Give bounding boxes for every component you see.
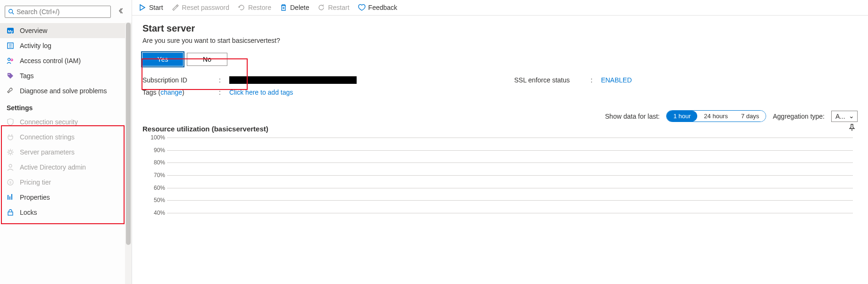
svg-point-10 bbox=[8, 74, 9, 75]
panel-text: Are you sure you want to start basicserv… bbox=[142, 37, 858, 44]
sidebar-item-pricing-tier[interactable]: $ Pricing tier bbox=[0, 175, 132, 190]
database-icon: My bbox=[7, 27, 14, 34]
toolbar-label: Restart bbox=[328, 4, 349, 11]
svg-point-8 bbox=[8, 58, 10, 61]
svg-rect-18 bbox=[8, 212, 13, 215]
toolbar-label: Reset password bbox=[182, 4, 229, 11]
redacted-value bbox=[229, 76, 357, 84]
toolbar-label: Feedback bbox=[368, 4, 397, 11]
pill-24hours[interactable]: 24 hours bbox=[697, 111, 734, 122]
svg-line-1 bbox=[12, 12, 14, 14]
shield-icon bbox=[7, 118, 14, 126]
panel-title: Start server bbox=[142, 23, 858, 34]
search-input[interactable] bbox=[17, 8, 107, 16]
sidebar-item-activity-log[interactable]: Activity log bbox=[0, 38, 132, 53]
svg-point-9 bbox=[11, 59, 13, 61]
toolbar: Start Reset password Restore Delete Rest… bbox=[132, 0, 868, 16]
sidebar-item-overview[interactable]: My Overview bbox=[0, 23, 132, 38]
reset-password-button[interactable]: Reset password bbox=[172, 4, 229, 11]
plug-icon bbox=[7, 133, 14, 141]
ssl-value[interactable]: ENABLED bbox=[601, 76, 632, 84]
sidebar-item-label: Pricing tier bbox=[20, 179, 51, 186]
pin-chart-button[interactable] bbox=[848, 124, 856, 133]
time-range-toggle: 1 hour 24 hours 7 days bbox=[666, 110, 766, 122]
restart-button[interactable]: Restart bbox=[317, 4, 349, 11]
gear-icon bbox=[7, 148, 14, 156]
add-tags-link[interactable]: Click here to add tags bbox=[229, 89, 293, 96]
sidebar-scrollbar[interactable] bbox=[125, 23, 132, 284]
y-axis-tick: 100% bbox=[147, 134, 165, 141]
sidebar-item-label: Tags bbox=[20, 72, 34, 80]
sidebar-item-label: Connection strings bbox=[20, 133, 75, 141]
people-icon bbox=[7, 57, 14, 65]
collapse-sidebar-button[interactable] bbox=[116, 5, 128, 18]
sidebar-item-label: Access control (IAM) bbox=[20, 57, 81, 65]
svg-point-12 bbox=[9, 164, 12, 167]
pill-1hour[interactable]: 1 hour bbox=[667, 111, 697, 122]
admin-icon bbox=[7, 163, 14, 171]
sidebar-scrollbar-thumb[interactable] bbox=[126, 23, 131, 245]
sidebar-item-label: Active Directory admin bbox=[20, 163, 86, 171]
svg-text:$: $ bbox=[9, 180, 12, 185]
y-axis-tick: 70% bbox=[147, 172, 165, 179]
main-content: Start Reset password Restore Delete Rest… bbox=[132, 0, 868, 284]
toolbar-label: Restore bbox=[248, 4, 271, 11]
y-axis-tick: 90% bbox=[147, 147, 165, 154]
sidebar-item-label: Locks bbox=[20, 209, 37, 216]
y-axis-tick: 80% bbox=[147, 159, 165, 166]
aggregation-label: Aggregation type: bbox=[773, 113, 825, 120]
sidebar-item-label: Connection security bbox=[20, 118, 78, 126]
restore-button[interactable]: Restore bbox=[238, 4, 271, 11]
yes-button[interactable]: Yes bbox=[142, 53, 183, 66]
change-tags-link[interactable]: change bbox=[160, 89, 182, 96]
svg-point-0 bbox=[9, 9, 13, 13]
sidebar-item-tags[interactable]: Tags bbox=[0, 68, 132, 83]
lock-icon bbox=[7, 209, 14, 216]
utilization-chart: 100%90%80%70%60%50%40% bbox=[147, 138, 853, 213]
sidebar: My Overview Activity log Access control … bbox=[0, 0, 132, 284]
search-box[interactable] bbox=[5, 6, 111, 18]
sidebar-item-server-parameters[interactable]: Server parameters bbox=[0, 145, 132, 160]
prop-tags: Tags (change) : Click here to add tags bbox=[142, 89, 486, 96]
sidebar-item-diagnose[interactable]: Diagnose and solve problems bbox=[0, 83, 132, 98]
properties-icon bbox=[7, 194, 14, 201]
search-icon bbox=[9, 8, 17, 16]
toolbar-label: Start bbox=[149, 4, 163, 11]
sidebar-item-connection-security[interactable]: Connection security bbox=[0, 114, 132, 130]
sidebar-item-active-directory-admin[interactable]: Active Directory admin bbox=[0, 160, 132, 175]
wrench-icon bbox=[7, 87, 14, 95]
sidebar-item-label: Properties bbox=[20, 194, 50, 201]
show-data-label: Show data for last: bbox=[605, 113, 660, 120]
no-button[interactable]: No bbox=[187, 53, 227, 66]
y-axis-tick: 40% bbox=[147, 210, 165, 216]
sidebar-item-label: Activity log bbox=[20, 42, 51, 49]
sidebar-item-locks[interactable]: Locks bbox=[0, 205, 132, 220]
log-icon bbox=[7, 42, 14, 49]
sidebar-item-access-control[interactable]: Access control (IAM) bbox=[0, 53, 132, 68]
prop-subscription-id: Subscription ID : bbox=[142, 76, 486, 84]
pill-7days[interactable]: 7 days bbox=[734, 111, 766, 122]
prop-ssl-status: SSL enforce status : ENABLED bbox=[514, 76, 858, 84]
svg-point-11 bbox=[9, 151, 12, 154]
sidebar-item-label: Server parameters bbox=[20, 148, 75, 156]
sidebar-item-label: Overview bbox=[20, 27, 47, 34]
sidebar-section-settings: Settings bbox=[0, 98, 132, 114]
chart-title: Resource utilization (basicservertest) bbox=[142, 125, 858, 133]
start-button[interactable]: Start bbox=[139, 4, 163, 11]
tag-icon bbox=[7, 72, 14, 80]
sidebar-item-connection-strings[interactable]: Connection strings bbox=[0, 130, 132, 145]
y-axis-tick: 60% bbox=[147, 185, 165, 191]
sidebar-item-label: Diagnose and solve problems bbox=[20, 87, 107, 95]
delete-button[interactable]: Delete bbox=[280, 4, 309, 11]
svg-text:My: My bbox=[8, 29, 13, 33]
aggregation-select[interactable]: A... bbox=[831, 111, 858, 122]
sidebar-item-properties[interactable]: Properties bbox=[0, 190, 132, 205]
y-axis-tick: 50% bbox=[147, 197, 165, 203]
feedback-button[interactable]: Feedback bbox=[358, 4, 397, 11]
toolbar-label: Delete bbox=[290, 4, 309, 11]
pricing-icon: $ bbox=[7, 179, 14, 186]
